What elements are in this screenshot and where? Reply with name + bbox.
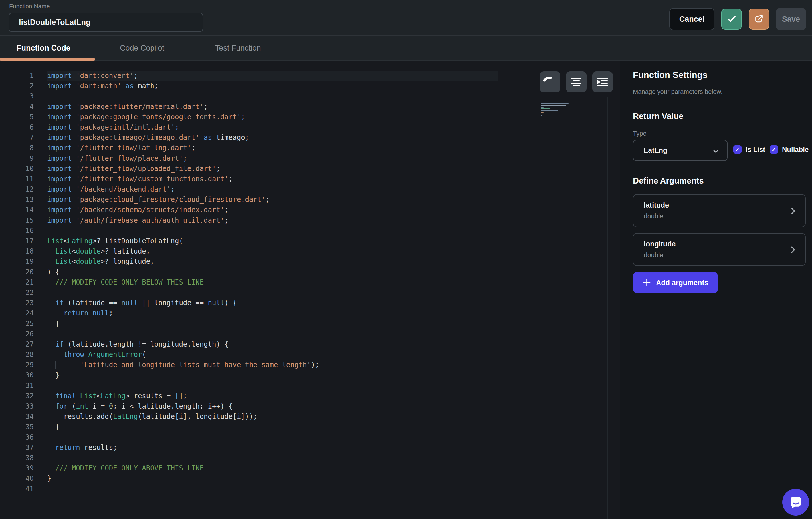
line-number: 12 (0, 184, 34, 194)
code-line[interactable]: 18 List<double>? latitude, (0, 246, 620, 256)
code-line[interactable]: 30 } (0, 370, 620, 380)
top-bar: Function Name Cancel Save (0, 0, 812, 36)
line-number: 5 (0, 112, 34, 122)
return-type-dropdown[interactable]: LatLng (633, 140, 728, 161)
code-line[interactable]: 17List<LatLng>? listDoubleToLatLng( (0, 236, 620, 246)
confirm-button[interactable] (721, 8, 742, 30)
line-number: 31 (0, 381, 34, 391)
argument-type: double (644, 212, 663, 220)
code-line[interactable]: 37 return results; (0, 442, 620, 453)
code-line[interactable]: 9import '/flutter_flow/place.dart'; (0, 153, 620, 164)
code-line[interactable]: 21 /// MODIFY CODE ONLY BELOW THIS LINE (0, 277, 620, 288)
function-name-label: Function Name (9, 3, 50, 10)
line-number: 9 (0, 153, 34, 164)
code-line[interactable]: 14import '/backend/schema/structs/index.… (0, 205, 620, 215)
line-number: 1 (0, 71, 34, 81)
line-number: 16 (0, 225, 34, 236)
plus-icon (642, 278, 651, 287)
code-line[interactable]: 11import '/flutter_flow/custom_functions… (0, 174, 620, 184)
line-number: 14 (0, 205, 34, 215)
code-editor[interactable]: 1import 'dart:convert';2import 'dart:mat… (0, 61, 620, 519)
chevron-right-icon (788, 206, 798, 217)
code-line[interactable]: 3 (0, 91, 620, 101)
code-line[interactable]: 31 (0, 381, 620, 391)
export-button[interactable] (749, 8, 769, 30)
is-list-label: Is List (746, 145, 765, 154)
code-line[interactable]: 36 (0, 432, 620, 442)
indent-guide (55, 361, 56, 370)
line-number: 37 (0, 442, 34, 453)
line-number: 15 (0, 215, 34, 225)
code-line[interactable]: 38 (0, 453, 620, 463)
code-line[interactable]: 10import '/flutter_flow/uploaded_file.da… (0, 164, 620, 174)
is-list-checkbox[interactable]: ✓ Is List (733, 145, 765, 154)
code-line[interactable]: 6import 'package:intl/intl.dart'; (0, 122, 620, 133)
code-line[interactable]: 28 throw ArgumentError( (0, 349, 620, 360)
function-name-input[interactable] (8, 12, 203, 32)
code-line[interactable]: 22 (0, 288, 620, 298)
line-number: 21 (0, 277, 34, 288)
indent-increase-icon (598, 78, 608, 86)
code-line[interactable]: 32 final List<LatLng> results = []; (0, 391, 620, 401)
format-code-button[interactable] (566, 71, 587, 92)
code-line[interactable]: 1import 'dart:convert'; (0, 71, 620, 81)
code-line[interactable]: 26 (0, 329, 620, 339)
line-number: 4 (0, 102, 34, 112)
indent-guide (49, 246, 49, 485)
line-number: 2 (0, 81, 34, 91)
tab-code-copilot[interactable]: Code Copilot (120, 36, 164, 60)
code-line[interactable]: 35 } (0, 422, 620, 432)
code-line[interactable]: 25 } (0, 319, 620, 329)
code-action-button[interactable] (540, 71, 560, 92)
argument-card-latitude[interactable]: latitude double (633, 194, 806, 227)
line-number: 36 (0, 432, 34, 442)
code-line[interactable]: 12import '/backend/backend.dart'; (0, 184, 620, 194)
code-line[interactable]: 41 (0, 484, 620, 494)
code-line[interactable]: 15import '/auth/firebase_auth/auth_util.… (0, 215, 620, 225)
minimap[interactable] (541, 103, 574, 118)
indent-code-button[interactable] (592, 71, 613, 92)
editor-scrollbar[interactable] (607, 97, 608, 519)
argument-name: latitude (644, 201, 669, 209)
code-line[interactable]: 34 results.add(LatLng(latitude[i], longi… (0, 411, 620, 422)
code-line[interactable]: 4import 'package:flutter/material.dart'; (0, 102, 620, 112)
curved-arrow-icon (542, 75, 553, 84)
type-label: Type (633, 130, 646, 137)
chat-launcher-button[interactable] (782, 489, 809, 516)
checkbox-checked-icon: ✓ (733, 145, 742, 154)
code-line[interactable]: 5import 'package:google_fonts/google_fon… (0, 112, 620, 122)
nullable-checkbox[interactable]: ✓ Nullable (770, 145, 809, 154)
code-line[interactable]: 23 if (latitude == null || longitude == … (0, 298, 620, 308)
code-line[interactable]: 40} (0, 473, 620, 484)
chevron-right-icon (788, 245, 798, 256)
line-number: 23 (0, 298, 34, 308)
code-line[interactable]: 7import 'package:timeago/timeago.dart' a… (0, 133, 620, 143)
save-button[interactable]: Save (776, 8, 806, 30)
nullable-label: Nullable (782, 145, 809, 154)
line-number: 40 (0, 473, 34, 484)
line-number: 26 (0, 329, 34, 339)
argument-card-longitude[interactable]: longitude double (633, 233, 806, 266)
code-line[interactable]: 24 return null; (0, 308, 620, 318)
add-arguments-button[interactable]: Add arguments (633, 272, 718, 294)
code-line[interactable]: 8import '/flutter_flow/lat_lng.dart'; (0, 143, 620, 153)
cancel-button[interactable]: Cancel (669, 8, 715, 30)
line-number: 11 (0, 174, 34, 184)
return-type-value: LatLng (644, 146, 667, 155)
code-line[interactable]: 33 for (int i = 0; i < latitude.length; … (0, 401, 620, 411)
tab-test-function[interactable]: Test Function (215, 36, 261, 60)
code-lines: 1import 'dart:convert';2import 'dart:mat… (0, 71, 620, 494)
code-line[interactable]: 27 if (latitude.length != longitude.leng… (0, 339, 620, 349)
tab-function-code[interactable]: Function Code (17, 36, 70, 60)
indent-guide (72, 361, 72, 370)
code-line[interactable]: 19 List<double>? longitude, (0, 256, 620, 267)
line-number: 34 (0, 411, 34, 422)
line-number: 29 (0, 360, 34, 370)
code-line[interactable]: 39 /// MODIFY CODE ONLY ABOVE THIS LINE (0, 463, 620, 473)
code-line[interactable]: 2import 'dart:math' as math; (0, 81, 620, 91)
code-line[interactable]: 16 (0, 225, 620, 236)
code-line[interactable]: 29 'Latitude and longitude lists must ha… (0, 360, 620, 370)
code-line[interactable]: 20) { (0, 267, 620, 277)
indent-guide (64, 361, 64, 370)
code-line[interactable]: 13import 'package:cloud_firestore/cloud_… (0, 194, 620, 205)
